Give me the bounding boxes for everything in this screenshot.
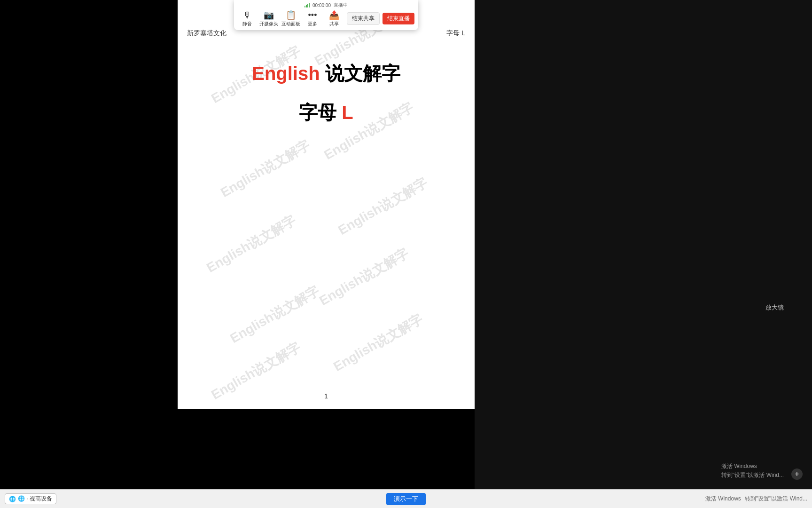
next-button[interactable]: 演示一下: [386, 493, 426, 505]
mic-icon: 🎙: [243, 10, 251, 21]
timer: 00:00:00: [312, 3, 331, 8]
panel-icon: 📋: [286, 10, 296, 21]
app-icon: 🌐: [9, 496, 16, 502]
watermark-10: English说文解字: [208, 338, 304, 404]
end-share-button[interactable]: 结束共享: [347, 12, 380, 25]
slide-title: English 说文解字: [178, 61, 475, 86]
header-left: 新罗塞塔文化: [187, 29, 226, 38]
toolbar-items: 🎙 静音 📷 开摄像头 📋 互动面板 ••• 更多 📤 共享 结束共享 结束直播: [238, 10, 414, 27]
camera-icon: 📷: [264, 10, 274, 21]
page-number: 1: [324, 392, 328, 400]
app-label: 🌐 · 视高设备: [18, 495, 52, 503]
share-button[interactable]: 📤 共享: [325, 10, 344, 27]
subtitle-letter: L: [342, 102, 353, 123]
zoom-label: 放大镜: [765, 303, 784, 312]
activate-hint2: 转到"设置"以激活 Wind...: [745, 495, 807, 503]
activate-windows-text: 激活 Windows 转到"设置"以激活 Wind...: [721, 462, 784, 480]
title-chinese: 说文解字: [320, 63, 400, 84]
activate-hint: 激活 Windows: [705, 495, 741, 503]
toolbar-status: 00:00:00 直播中: [304, 2, 348, 8]
camera-button[interactable]: 📷 开摄像头: [259, 10, 278, 27]
live-status: 直播中: [334, 2, 348, 8]
left-black-area: [0, 0, 178, 508]
activate-line1: 激活 Windows: [721, 462, 784, 471]
mute-button[interactable]: 🎙 静音: [238, 10, 257, 27]
slide-header: 新罗塞塔文化 字母 L: [178, 29, 475, 38]
panel-label: 互动面板: [281, 21, 300, 27]
more-button[interactable]: ••• 更多: [303, 10, 322, 27]
right-panel: 激活 Windows 转到"设置"以激活 Wind... + 放大镜: [475, 0, 812, 508]
watermark-9: English说文解字: [330, 310, 426, 375]
watermark-6: English说文解字: [203, 211, 299, 277]
header-right: 字母 L: [446, 29, 465, 38]
toolbar: 00:00:00 直播中 🎙 静音 📷 开摄像头 📋 互动面板 ••• 更多 📤…: [234, 0, 418, 30]
end-live-button[interactable]: 结束直播: [383, 13, 414, 24]
mute-label: 静音: [242, 21, 252, 27]
camera-label: 开摄像头: [259, 21, 278, 27]
slide-body: English 说文解字 字母 L: [178, 61, 475, 126]
watermark-4: English说文解字: [218, 136, 313, 201]
watermark-8: English说文解字: [227, 282, 323, 347]
taskbar-left: 🌐 🌐 · 视高设备: [5, 493, 56, 504]
signal-icon: [304, 3, 310, 8]
title-english: English: [252, 63, 320, 84]
taskbar-right: 激活 Windows 转到"设置"以激活 Wind...: [705, 495, 807, 503]
slide-area: English说文解字 English说文解字 English说文解字 Engl…: [178, 0, 475, 409]
taskbar-app-item[interactable]: 🌐 🌐 · 视高设备: [5, 493, 56, 504]
share-icon: 📤: [329, 10, 339, 21]
more-icon: •••: [308, 10, 317, 21]
subtitle-chinese: 字母: [299, 102, 342, 123]
watermark-7: English说文解字: [316, 244, 412, 310]
zoom-button[interactable]: +: [791, 468, 803, 480]
share-label: 共享: [329, 21, 339, 27]
more-label: 更多: [308, 21, 317, 27]
activate-line2: 转到"设置"以激活 Wind...: [721, 471, 784, 480]
taskbar-center: 演示一下: [386, 493, 426, 505]
taskbar: 🌐 🌐 · 视高设备 演示一下 激活 Windows 转到"设置"以激活 Win…: [0, 489, 812, 508]
slide-subtitle: 字母 L: [178, 100, 475, 126]
interactive-panel-button[interactable]: 📋 互动面板: [281, 10, 300, 27]
watermark-5: English说文解字: [335, 174, 431, 239]
